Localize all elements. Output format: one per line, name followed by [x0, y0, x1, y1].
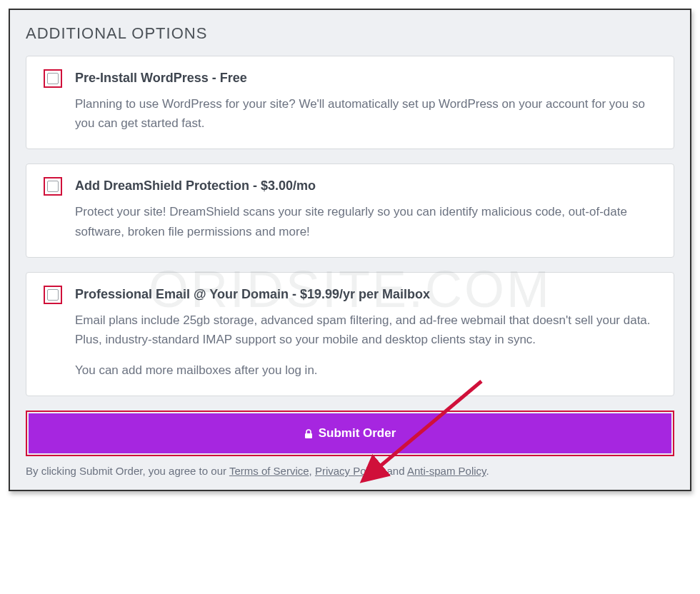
submit-order-button[interactable]: Submit Order [29, 413, 671, 453]
sep: , and [381, 465, 407, 477]
section-title: ADDITIONAL OPTIONS [26, 24, 674, 43]
option-description: Planning to use WordPress for your site?… [75, 94, 656, 133]
option-description-extra: You can add more mailboxes after you log… [75, 361, 656, 380]
additional-options-panel: ADDITIONAL OPTIONS Pre-Install WordPress… [9, 9, 691, 491]
checkbox-inner [47, 289, 59, 301]
option-card-wordpress: Pre-Install WordPress - Free Planning to… [26, 56, 674, 149]
lock-icon [304, 428, 313, 438]
checkbox-dreamshield[interactable] [44, 177, 62, 196]
checkbox-inner [47, 181, 59, 192]
option-body: Professional Email @ Your Domain - $19.9… [75, 287, 656, 381]
disclaimer-prefix: By clicking Submit Order, you agree to o… [26, 465, 229, 477]
checkbox-wordpress[interactable] [44, 69, 62, 88]
svg-rect-0 [305, 433, 312, 438]
option-title: Professional Email @ Your Domain - $19.9… [75, 287, 656, 302]
submit-label: Submit Order [319, 426, 396, 441]
submit-highlight-frame: Submit Order [26, 411, 674, 456]
option-title: Add DreamShield Protection - $3.00/mo [75, 178, 656, 193]
option-title: Pre-Install WordPress - Free [75, 71, 656, 86]
privacy-link[interactable]: Privacy Policy [315, 465, 381, 477]
disclaimer-text: By clicking Submit Order, you agree to o… [26, 465, 674, 477]
disclaimer-suffix: . [486, 465, 489, 477]
option-body: Add DreamShield Protection - $3.00/mo Pr… [75, 178, 656, 241]
antispam-link[interactable]: Anti-spam Policy [407, 465, 486, 477]
option-body: Pre-Install WordPress - Free Planning to… [75, 71, 656, 133]
option-description: Email plans include 25gb storage, advanc… [75, 311, 656, 349]
option-card-dreamshield: Add DreamShield Protection - $3.00/mo Pr… [26, 163, 674, 257]
sep: , [309, 465, 315, 477]
checkbox-inner [47, 73, 59, 84]
terms-link[interactable]: Terms of Service [229, 465, 309, 477]
option-card-email: Professional Email @ Your Domain - $19.9… [26, 272, 674, 397]
checkbox-email[interactable] [44, 286, 62, 304]
option-description: Protect your site! DreamShield scans you… [75, 202, 656, 241]
